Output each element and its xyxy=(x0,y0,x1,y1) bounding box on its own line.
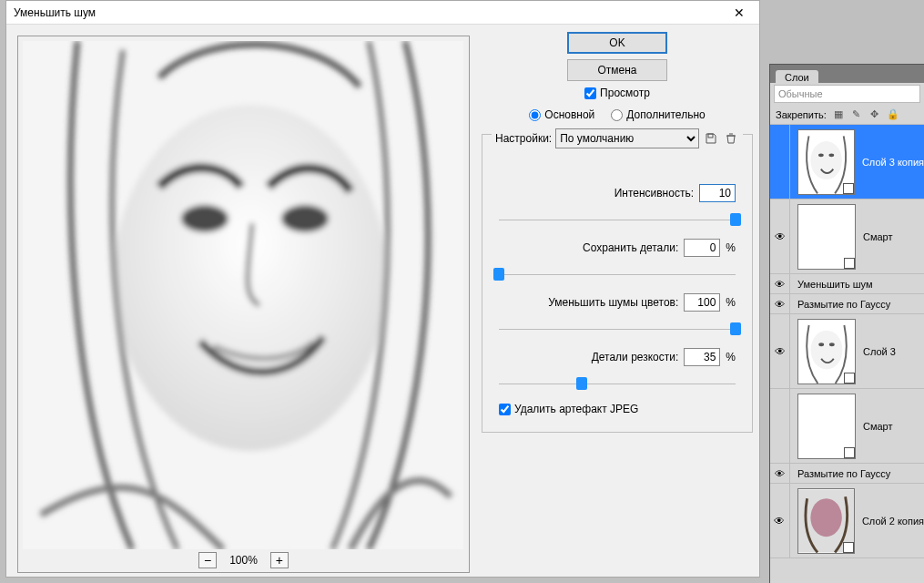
visibility-toggle[interactable]: 👁 xyxy=(770,274,790,293)
layer-thumbnail[interactable] xyxy=(797,488,855,554)
visibility-toggle[interactable]: 👁 xyxy=(770,464,790,483)
svg-point-8 xyxy=(829,343,835,346)
lock-move-icon[interactable]: ✥ xyxy=(868,108,881,121)
color-slider-track[interactable] xyxy=(499,317,736,330)
zoom-controls: − 100% + xyxy=(18,548,469,572)
preview-checkbox-label[interactable]: Просмотр xyxy=(600,87,650,99)
strength-input[interactable] xyxy=(699,184,736,202)
settings-group: Настройки: По умолчанию Интенсивность:Со… xyxy=(482,134,753,433)
lock-paint-icon[interactable]: ✎ xyxy=(850,108,863,121)
layer-name: Слой 2 копия xyxy=(862,516,924,527)
strength-label: Интенсивность: xyxy=(614,187,694,199)
sharpen-unit: % xyxy=(726,351,736,363)
mode-advanced-input[interactable] xyxy=(611,109,623,121)
preserve-label: Сохранить детали: xyxy=(583,241,678,254)
svg-point-14 xyxy=(181,205,228,232)
sharpen-slider-group: Детали резкости:% xyxy=(499,348,736,384)
preserve-slider-thumb[interactable] xyxy=(493,268,504,281)
layers-tabbar: Слои xyxy=(770,65,924,83)
zoom-level: 100% xyxy=(229,554,258,567)
preserve-unit: % xyxy=(726,241,736,254)
smart-filter-label: Размытие по Гауссу xyxy=(790,299,890,310)
strength-slider-thumb[interactable] xyxy=(730,213,741,226)
mode-basic-label: Основной xyxy=(544,108,594,121)
smart-filter-item[interactable]: 👁Размытие по Гауссу xyxy=(770,464,924,484)
save-preset-icon[interactable] xyxy=(703,130,719,147)
remove-jpeg-checkbox[interactable] xyxy=(499,404,511,415)
svg-point-3 xyxy=(828,153,834,157)
color-slider-group: Уменьшить шумы цветов:% xyxy=(499,293,736,330)
mode-basic-radio[interactable]: Основной xyxy=(529,108,594,121)
mode-advanced-radio[interactable]: Дополнительно xyxy=(611,108,705,121)
layer-item[interactable]: 👁Слой 3 xyxy=(770,314,924,389)
smart-filter-item[interactable]: 👁Уменьшить шум xyxy=(770,274,924,294)
preview-checkbox[interactable] xyxy=(584,87,596,99)
reduce-noise-dialog: Уменьшить шум ✕ xyxy=(5,0,760,578)
smart-filter-label: Уменьшить шум xyxy=(790,279,873,290)
delete-preset-icon[interactable] xyxy=(723,130,739,147)
lock-row: Закрепить: ▦ ✎ ✥ 🔒 xyxy=(770,105,924,125)
color-label: Уменьшить шумы цветов: xyxy=(548,296,678,309)
svg-point-15 xyxy=(281,205,329,232)
dialog-title: Уменьшить шум xyxy=(14,6,96,19)
sharpen-input[interactable] xyxy=(684,348,720,366)
dialog-titlebar: Уменьшить шум ✕ xyxy=(6,1,759,25)
lock-all-icon[interactable]: 🔒 xyxy=(887,108,899,121)
svg-rect-16 xyxy=(708,134,713,138)
svg-point-13 xyxy=(114,105,387,451)
preserve-input[interactable] xyxy=(684,239,720,257)
preserve-slider-track[interactable] xyxy=(499,262,736,275)
layer-name: Слой 3 копия xyxy=(862,157,924,168)
cancel-button[interactable]: Отмена xyxy=(567,59,667,81)
sharpen-slider-track[interactable] xyxy=(499,372,736,384)
visibility-toggle[interactable]: 👁 xyxy=(770,199,790,273)
color-input[interactable] xyxy=(684,293,720,312)
svg-point-2 xyxy=(818,153,824,157)
zoom-in-button[interactable]: + xyxy=(270,552,289,568)
preview-container: − 100% + xyxy=(17,36,470,573)
layer-thumbnail[interactable] xyxy=(797,129,855,195)
remove-jpeg-label[interactable]: Удалить артефакт JPEG xyxy=(514,403,638,415)
close-icon[interactable]: ✕ xyxy=(719,1,759,25)
strength-slider-group: Интенсивность: xyxy=(499,184,736,220)
visibility-toggle[interactable]: 👁 xyxy=(770,294,790,313)
layer-thumbnail[interactable] xyxy=(797,394,856,459)
color-slider-thumb[interactable] xyxy=(730,322,741,335)
visibility-toggle[interactable]: 👁 xyxy=(770,484,790,557)
visibility-toggle[interactable]: 👁 xyxy=(770,314,790,388)
layer-item[interactable]: 👁Слой 2 копия xyxy=(770,484,924,558)
settings-label: Настройки: xyxy=(495,132,552,145)
smart-filter-label: Размытие по Гауссу xyxy=(790,468,890,479)
layers-panel: Слои Обычные Закрепить: ▦ ✎ ✥ 🔒 Слой 3 к… xyxy=(769,64,924,583)
layer-item[interactable]: 👁Смарт xyxy=(770,199,924,274)
preview-image[interactable] xyxy=(23,41,463,549)
preserve-slider-group: Сохранить детали:% xyxy=(499,239,736,275)
color-unit: % xyxy=(726,296,736,309)
settings-preset-select[interactable]: По умолчанию xyxy=(555,128,699,148)
dialog-controls: OK Отмена Просмотр Основной Дополнительн… xyxy=(482,32,753,433)
layer-name: Смарт xyxy=(863,231,893,242)
layer-item[interactable]: Смарт xyxy=(770,389,924,464)
smart-filter-item[interactable]: 👁Размытие по Гауссу xyxy=(770,294,924,314)
layer-name: Смарт xyxy=(863,421,893,432)
sharpen-label: Детали резкости: xyxy=(592,351,679,363)
zoom-out-button[interactable]: − xyxy=(198,552,217,568)
layer-name: Слой 3 xyxy=(863,346,896,357)
layer-thumbnail[interactable] xyxy=(797,319,856,384)
svg-point-7 xyxy=(818,343,824,346)
svg-point-11 xyxy=(810,498,841,537)
strength-slider-track[interactable] xyxy=(499,208,736,220)
lock-transparency-icon[interactable]: ▦ xyxy=(832,108,845,121)
layer-item[interactable]: Слой 3 копия xyxy=(770,125,924,199)
blend-mode-select[interactable]: Обычные xyxy=(774,85,920,103)
mode-basic-input[interactable] xyxy=(529,109,541,121)
sharpen-slider-thumb[interactable] xyxy=(576,377,587,390)
visibility-toggle[interactable] xyxy=(770,389,790,463)
mode-advanced-label: Дополнительно xyxy=(626,108,705,121)
visibility-toggle[interactable] xyxy=(770,125,790,199)
ok-button[interactable]: OK xyxy=(567,32,667,54)
layer-thumbnail[interactable] xyxy=(797,204,856,270)
tab-layers[interactable]: Слои xyxy=(776,70,818,83)
lock-label: Закрепить: xyxy=(776,109,827,120)
